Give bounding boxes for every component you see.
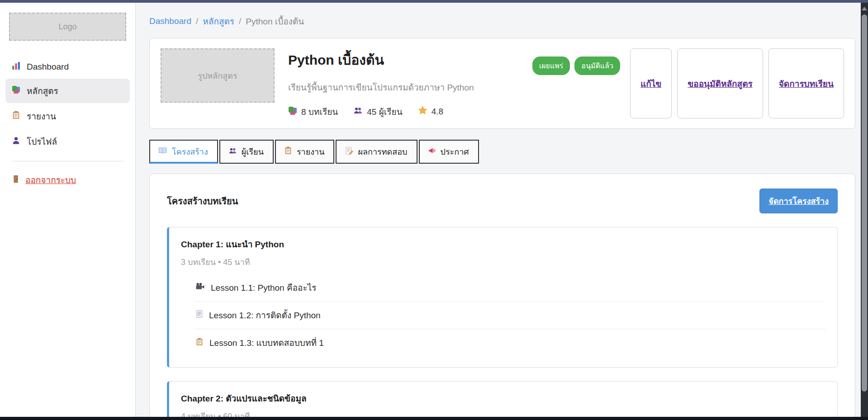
tab-announcements[interactable]: ประกาศ [419,140,479,164]
books-icon [288,106,297,118]
logout-button[interactable]: ออกจากระบบ [12,173,123,187]
tab-label: ผลการทดสอบ [358,145,407,158]
sidebar-nav: Dashboard หลักสูตร รายงาน โปรไฟล์ [0,56,135,154]
tab-structure[interactable]: โครงสร้าง [149,140,218,164]
course-title: Python เบื้องต้น [288,49,532,71]
lesson-row: Lesson 1.3: แบบทดสอบบทที่ 1 [195,329,825,356]
sidebar-item-profile[interactable]: โปรไฟล์ [5,129,130,154]
status-badges: เผยแพร่ อนุมัติแล้ว [532,57,620,118]
course-info: Python เบื้องต้น เรียนรู้พื้นฐานการเขียน… [288,48,532,118]
video-camera-icon [195,283,205,293]
request-approval-action-card: ขออนุมัติหลักสูตร [677,48,763,118]
chapter-card-2: Chapter 2: ตัวแปรและชนิดข้อมูล 4 บทเรียน… [167,381,838,420]
logout-label: ออกจากระบบ [25,173,76,187]
logo-placeholder: Logo [9,13,126,41]
stat-lessons: 8 บทเรียน [288,105,338,118]
structure-panel: โครงสร้างบทเรียน จัดการโครงสร้าง Chapter… [149,174,855,420]
lesson-row: Lesson 1.2: การติดตั้ง Python [195,301,825,329]
sidebar-item-label: หลักสูตร [27,84,58,98]
breadcrumb: Dashboard / หลักสูตร / Python เบื้องต้น [149,14,855,28]
people-icon [228,147,237,157]
lesson-title: Lesson 1.3: แบบทดสอบบทที่ 1 [209,336,324,349]
chart-icon [12,61,20,72]
manage-lessons-link[interactable]: จัดการบทเรียน [779,77,834,90]
tab-test-results[interactable]: ผลการทดสอบ [336,140,417,164]
sidebar-item-courses[interactable]: หลักสูตร [5,79,130,103]
sidebar-item-label: รายงาน [27,109,56,123]
scrollbar-up-arrow-icon[interactable] [862,7,867,10]
books-icon [12,85,20,96]
breadcrumb-separator: / [239,16,241,26]
logo-label: Logo [58,22,76,32]
course-actions: แก้ไข ขออนุมัติหลักสูตร จัดการบทเรียน [630,48,844,118]
breadcrumb-separator: / [196,16,198,26]
request-approval-link[interactable]: ขออนุมัติหลักสูตร [688,77,752,90]
structure-panel-header: โครงสร้างบทเรียน จัดการโครงสร้าง [167,189,838,213]
sidebar-item-label: Dashboard [27,62,69,72]
course-tabs: โครงสร้าง ผู้เรียน รายงาน ผลการทดสอบ ประ… [149,140,855,164]
breadcrumb-link-dashboard[interactable]: Dashboard [149,16,191,26]
stat-students-value: 45 ผู้เรียน [367,105,402,118]
sidebar-item-label: โปรไฟล์ [27,135,57,148]
lesson-title: Lesson 1.2: การติดตั้ง Python [209,308,321,322]
manage-structure-button[interactable]: จัดการโครงสร้าง [759,189,838,213]
clipboard-icon [284,146,292,157]
tab-label: โครงสร้าง [172,145,208,158]
main-content: Dashboard / หลักสูตร / Python เบื้องต้น … [136,3,868,420]
megaphone-icon [428,146,436,157]
tab-label: ประกาศ [441,145,469,158]
star-icon [418,106,427,118]
clipboard-icon [195,338,204,348]
course-description: เรียนรู้พื้นฐานการเขียนโปรแกรมด้วยภาษา P… [288,80,532,94]
page-icon [195,310,203,321]
lesson-list: Lesson 1.1: Python คืออะไร Lesson 1.2: ก… [195,274,825,356]
tab-students[interactable]: ผู้เรียน [219,140,274,164]
people-icon [353,106,363,117]
stat-lessons-value: 8 บทเรียน [301,105,338,118]
status-badge-approved: อนุมัติแล้ว [574,57,620,75]
stat-rating: 4.8 [418,106,443,118]
scrollbar-thumb[interactable] [862,14,867,392]
memo-pencil-icon [345,146,353,157]
chapter-card-1: Chapter 1: แนะนำ Python 3 บทเรียน • 45 น… [167,227,838,368]
chapter-title: Chapter 1: แนะนำ Python [181,237,825,251]
structure-heading: โครงสร้างบทเรียน [167,194,238,208]
chapter-title: Chapter 2: ตัวแปรและชนิดข้อมูล [181,392,825,405]
tab-label: รายงาน [297,145,325,158]
sidebar-item-reports[interactable]: รายงาน [5,104,130,128]
tab-label: ผู้เรียน [242,145,264,158]
breadcrumb-link-courses[interactable]: หลักสูตร [203,14,234,28]
course-header-card: รูปหลักสูตร Python เบื้องต้น เรียนรู้พื้… [149,38,855,129]
tab-reports[interactable]: รายงาน [275,140,335,164]
sidebar-item-dashboard[interactable]: Dashboard [5,56,130,78]
vertical-scrollbar[interactable] [861,3,868,420]
door-icon [12,175,20,185]
clipboard-icon [12,111,20,122]
lesson-row: Lesson 1.1: Python คืออะไร [195,274,825,301]
chapter-meta: 3 บทเรียน • 45 นาที [181,255,825,269]
course-image-label: รูปหลักสูตร [198,69,237,82]
stat-rating-value: 4.8 [432,107,443,117]
sidebar-divider [12,161,123,161]
book-open-icon [158,147,167,156]
sidebar: Logo Dashboard หลักสูตร รายงาน โปรไฟล์ [0,3,136,420]
window-bottom-bar [0,417,868,420]
edit-action-card: แก้ไข [630,48,672,118]
breadcrumb-current: Python เบื้องต้น [246,14,304,28]
stat-students: 45 ผู้เรียน [353,105,402,118]
course-stats: 8 บทเรียน 45 ผู้เรียน 4.8 [288,105,532,118]
manage-lessons-action-card: จัดการบทเรียน [768,48,844,118]
edit-link[interactable]: แก้ไข [640,77,661,90]
lesson-title: Lesson 1.1: Python คืออะไร [211,281,316,294]
person-icon [12,136,20,147]
status-badge-published: เผยแพร่ [532,57,570,75]
course-image-placeholder: รูปหลักสูตร [161,48,275,103]
